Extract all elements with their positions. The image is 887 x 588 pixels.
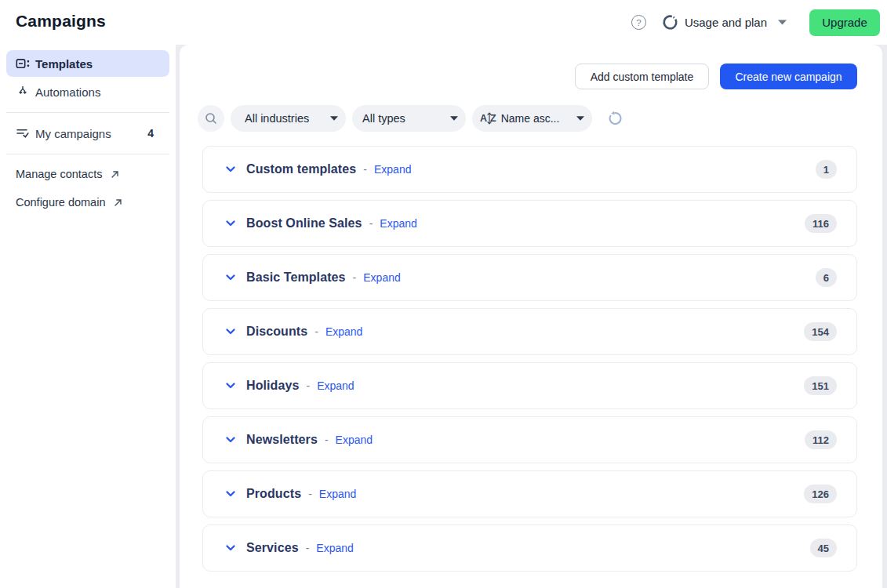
chevron-down-icon[interactable]	[225, 543, 236, 554]
expand-link[interactable]: Expand	[380, 217, 416, 230]
sidebar-item-templates[interactable]: Templates	[6, 50, 169, 77]
chevron-down-icon[interactable]	[225, 434, 236, 445]
automations-icon	[16, 85, 30, 99]
upgrade-button[interactable]: Upgrade	[809, 9, 880, 36]
templates-icon	[16, 56, 30, 71]
expand-link[interactable]: Expand	[325, 325, 362, 338]
category-row[interactable]: Holidays - Expand 151	[202, 362, 857, 409]
count-badge: 151	[804, 376, 837, 395]
dash-separator: -	[363, 163, 367, 176]
category-name: Boost Online Sales	[246, 216, 362, 230]
count-badge: 154	[804, 322, 837, 341]
sidebar-item-label: My campaigns	[35, 127, 111, 140]
category-name: Custom templates	[246, 162, 356, 176]
templates-card: Add custom template Create new campaign …	[180, 45, 882, 588]
chevron-down-icon[interactable]	[225, 326, 236, 337]
sort-az-icon: AZ	[480, 113, 496, 124]
usage-and-plan-menu[interactable]: Usage and plan	[662, 14, 787, 31]
category-row[interactable]: Custom templates - Expand 1	[202, 146, 857, 193]
usage-label: Usage and plan	[685, 16, 767, 29]
dash-separator: -	[307, 379, 311, 392]
category-row[interactable]: Discounts - Expand 154	[202, 308, 857, 355]
dash-separator: -	[353, 271, 357, 284]
link-label: Configure domain	[16, 196, 105, 209]
header-actions: ? Usage and plan Upgrade	[631, 0, 880, 45]
filter-value: Name asc...	[501, 112, 560, 125]
reset-filters-button[interactable]	[607, 110, 623, 126]
sidebar-divider	[6, 112, 169, 113]
sidebar-divider	[6, 154, 169, 154]
category-row[interactable]: Newsletters - Expand 112	[202, 416, 857, 463]
configure-domain-link[interactable]: Configure domain	[16, 196, 123, 209]
sidebar-item-automations[interactable]: Automations	[6, 78, 169, 105]
count-badge: 6	[816, 268, 837, 287]
industries-filter-dropdown[interactable]: All industries	[231, 105, 346, 132]
link-label: Manage contacts	[16, 168, 102, 180]
create-new-campaign-button[interactable]: Create new campaign	[720, 64, 857, 89]
count-badge: 126	[804, 485, 837, 503]
category-name: Holidays	[246, 379, 300, 393]
sidebar-item-label: Templates	[35, 57, 93, 71]
expand-link[interactable]: Expand	[316, 542, 353, 554]
expand-link[interactable]: Expand	[319, 488, 356, 500]
page-title: Campaigns	[16, 12, 106, 31]
dash-separator: -	[325, 434, 329, 446]
types-filter-dropdown[interactable]: All types	[352, 105, 466, 132]
category-name: Services	[246, 541, 299, 555]
sidebar-item-label: Automations	[35, 85, 100, 99]
chevron-down-icon[interactable]	[225, 218, 236, 229]
category-name: Newsletters	[246, 433, 318, 447]
category-row[interactable]: Services - Expand 45	[202, 524, 857, 572]
expand-link[interactable]: Expand	[363, 271, 400, 284]
expand-link[interactable]: Expand	[374, 163, 411, 176]
dash-separator: -	[308, 488, 312, 500]
sidebar-item-my-campaigns[interactable]: My campaigns 4	[6, 120, 169, 147]
chevron-down-icon[interactable]	[225, 380, 236, 391]
filter-value: All types	[362, 112, 405, 125]
category-row[interactable]: Boost Online Sales - Expand 116	[202, 200, 857, 247]
help-icon[interactable]: ?	[631, 15, 646, 30]
add-custom-template-button[interactable]: Add custom template	[575, 64, 709, 89]
expand-link[interactable]: Expand	[336, 434, 373, 446]
category-list: Custom templates - Expand 1 Boost Online…	[202, 146, 857, 579]
sort-dropdown[interactable]: AZ Name asc...	[472, 105, 592, 132]
chevron-down-icon[interactable]	[225, 164, 236, 175]
chevron-down-icon	[576, 116, 584, 121]
main-panel: Add custom template Create new campaign …	[176, 45, 887, 588]
chevron-down-icon	[450, 116, 458, 121]
category-row[interactable]: Basic Templates - Expand 6	[202, 254, 857, 301]
sidebar: Templates Automations My campaigns 4 Man…	[0, 45, 176, 588]
category-row[interactable]: Products - Expand 126	[202, 470, 857, 517]
header: Campaigns ? Usage and plan Upgrade	[0, 0, 887, 45]
reset-icon	[607, 110, 623, 126]
usage-ring-icon	[662, 14, 678, 31]
chevron-down-icon	[330, 116, 338, 121]
external-link-icon	[110, 169, 120, 180]
search-button[interactable]	[198, 105, 224, 132]
dash-separator: -	[314, 325, 318, 338]
count-badge: 1	[816, 160, 837, 179]
chevron-down-icon[interactable]	[225, 488, 236, 499]
count-badge: 45	[810, 539, 837, 557]
expand-link[interactable]: Expand	[317, 379, 354, 392]
search-icon	[204, 111, 219, 126]
my-campaigns-icon	[16, 126, 30, 140]
category-name: Products	[246, 487, 301, 501]
external-link-icon	[113, 198, 123, 208]
dash-separator: -	[306, 542, 310, 554]
manage-contacts-link[interactable]: Manage contacts	[16, 168, 120, 180]
category-name: Discounts	[246, 325, 307, 339]
my-campaigns-count: 4	[147, 127, 154, 140]
chevron-down-icon	[778, 20, 787, 25]
chevron-down-icon[interactable]	[225, 272, 236, 283]
count-badge: 112	[805, 430, 837, 449]
dash-separator: -	[369, 217, 373, 230]
category-name: Basic Templates	[246, 270, 346, 285]
filter-value: All industries	[245, 112, 309, 125]
count-badge: 116	[805, 214, 837, 233]
